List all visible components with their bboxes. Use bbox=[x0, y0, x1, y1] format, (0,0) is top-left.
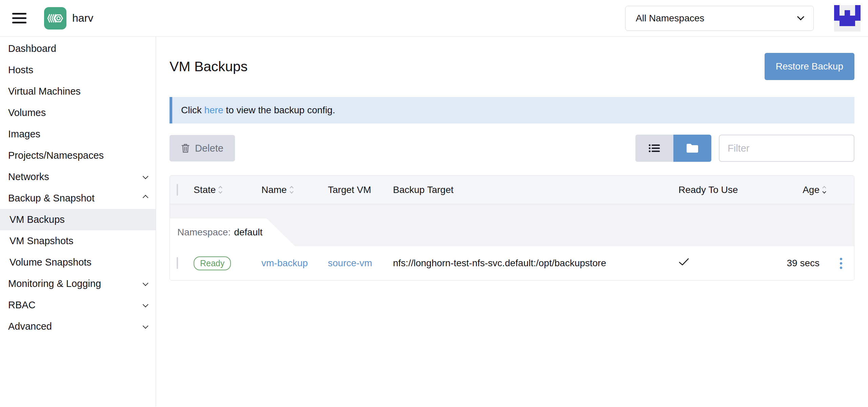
sidebar-group-monitoring-logging[interactable]: Monitoring & Logging bbox=[0, 273, 156, 294]
product-name: harv bbox=[72, 12, 93, 24]
menu-icon[interactable] bbox=[12, 13, 26, 23]
banner-text: Click here to view the backup config. bbox=[181, 105, 335, 116]
namespace-group-row: Namespace: default bbox=[170, 204, 854, 246]
namespace-group-label: Namespace: bbox=[177, 227, 231, 238]
list-view-icon bbox=[649, 144, 660, 153]
sidebar-item-volume-snapshots[interactable]: Volume Snapshots bbox=[0, 252, 156, 273]
table-header-row: State Name Target VM Backup Target Ready… bbox=[170, 176, 854, 204]
row-checkbox[interactable] bbox=[177, 257, 178, 269]
chevron-up-icon bbox=[143, 195, 149, 200]
sidebar: Dashboard Hosts Virtual Machines Volumes… bbox=[0, 37, 156, 407]
namespace-group-tab: Namespace: default bbox=[170, 218, 295, 246]
sort-icon bbox=[290, 187, 293, 193]
backups-table: State Name Target VM Backup Target Ready… bbox=[170, 175, 854, 280]
chevron-down-icon bbox=[143, 323, 149, 329]
trash-icon bbox=[181, 143, 190, 153]
chevron-down-icon bbox=[143, 280, 149, 286]
sidebar-item-projects-namespaces[interactable]: Projects/Namespaces bbox=[0, 145, 156, 166]
chevron-down-icon bbox=[797, 13, 804, 20]
list-view-button[interactable] bbox=[635, 135, 673, 162]
main-content: VM Backups Restore Backup Click here to … bbox=[156, 37, 868, 407]
sort-icon bbox=[823, 187, 826, 193]
target-vm-link[interactable]: source-vm bbox=[328, 258, 372, 268]
select-all-checkbox[interactable] bbox=[177, 184, 178, 196]
harvester-logo-icon[interactable] bbox=[44, 7, 66, 30]
column-header-state[interactable]: State bbox=[194, 185, 261, 195]
age-value: 39 secs bbox=[767, 258, 828, 269]
view-toggle bbox=[635, 135, 711, 162]
chevron-down-icon bbox=[143, 173, 149, 179]
sidebar-item-dashboard[interactable]: Dashboard bbox=[0, 38, 156, 59]
filter-input[interactable] bbox=[719, 135, 854, 162]
ready-to-use-cell bbox=[668, 258, 767, 269]
namespace-group-value: default bbox=[234, 227, 262, 238]
state-badge: Ready bbox=[194, 256, 231, 270]
user-avatar[interactable] bbox=[834, 5, 861, 32]
sidebar-item-vm-snapshots[interactable]: VM Snapshots bbox=[0, 230, 156, 252]
sidebar-item-volumes[interactable]: Volumes bbox=[0, 102, 156, 123]
table-toolbar: Delete bbox=[170, 135, 854, 162]
top-bar: harv All Namespaces bbox=[0, 0, 868, 37]
sidebar-group-advanced[interactable]: Advanced bbox=[0, 316, 156, 337]
sidebar-item-vm-backups[interactable]: VM Backups bbox=[0, 209, 156, 230]
chevron-down-icon bbox=[143, 302, 149, 307]
sidebar-group-backup-snapshot[interactable]: Backup & Snapshot bbox=[0, 188, 156, 209]
sidebar-group-networks[interactable]: Networks bbox=[0, 166, 156, 188]
row-actions-kebab-icon[interactable] bbox=[837, 255, 845, 272]
backup-target-value: nfs://longhorn-test-nfs-svc.default:/opt… bbox=[393, 258, 668, 269]
namespace-selector[interactable]: All Namespaces bbox=[625, 6, 814, 31]
column-header-ready-to-use: Ready To Use bbox=[668, 185, 767, 195]
column-header-age[interactable]: Age bbox=[767, 185, 828, 195]
page-title: VM Backups bbox=[170, 59, 248, 75]
sidebar-item-images[interactable]: Images bbox=[0, 123, 156, 145]
sidebar-item-hosts[interactable]: Hosts bbox=[0, 59, 156, 81]
folder-view-button[interactable] bbox=[673, 135, 711, 162]
folder-view-icon bbox=[686, 143, 699, 153]
column-header-target-vm: Target VM bbox=[328, 185, 393, 195]
column-header-backup-target: Backup Target bbox=[393, 185, 668, 195]
restore-backup-button[interactable]: Restore Backup bbox=[765, 53, 854, 80]
column-header-name[interactable]: Name bbox=[261, 185, 328, 195]
checkmark-icon bbox=[678, 258, 689, 266]
backup-name-link[interactable]: vm-backup bbox=[261, 258, 308, 268]
delete-button[interactable]: Delete bbox=[170, 135, 235, 161]
table-row: Ready vm-backup source-vm nfs://longhorn… bbox=[170, 246, 854, 280]
backup-config-banner: Click here to view the backup config. bbox=[170, 97, 854, 123]
sort-icon bbox=[219, 187, 222, 193]
namespace-selector-value: All Namespaces bbox=[636, 13, 798, 24]
backup-config-link[interactable]: here bbox=[204, 105, 223, 115]
sidebar-group-rbac[interactable]: RBAC bbox=[0, 294, 156, 316]
sidebar-item-virtual-machines[interactable]: Virtual Machines bbox=[0, 81, 156, 102]
